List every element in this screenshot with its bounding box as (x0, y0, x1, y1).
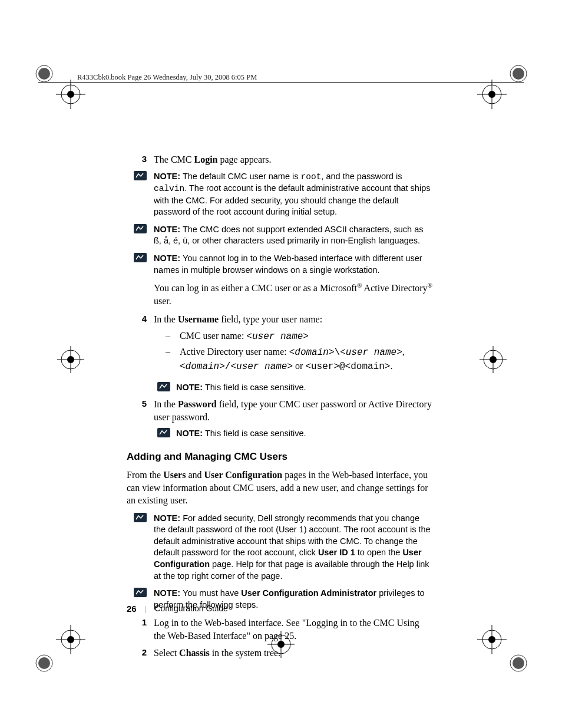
crop-ornament-bottom-left (32, 625, 91, 678)
note-icon (127, 513, 154, 582)
crop-ornament-mid-right (478, 345, 508, 374)
document-page: R433Cbk0.book Page 26 Wednesday, July 30… (0, 0, 562, 728)
svg-point-15 (67, 356, 74, 363)
crop-ornament-mid-left (56, 345, 85, 374)
svg-point-1 (38, 68, 50, 80)
step-text: In the Password field, type your CMC use… (154, 398, 433, 423)
crop-ornament-bottom-right (471, 625, 530, 678)
note-text: NOTE: For added security, Dell strongly … (154, 513, 433, 582)
note-icon (127, 171, 154, 218)
svg-point-23 (67, 636, 74, 643)
svg-point-19 (490, 356, 497, 363)
note-default-credentials: NOTE: The default CMC user name is root,… (127, 171, 433, 218)
svg-point-11 (513, 68, 524, 80)
note-icon (154, 382, 176, 394)
svg-point-5 (67, 91, 74, 98)
paragraph-users-pages: From the Users and User Configuration pa… (127, 469, 433, 507)
step-text: In the Username field, type your user na… (154, 313, 433, 377)
footer-title: Configuration Guide (154, 603, 228, 614)
note-text: NOTE: The CMC does not support extended … (154, 224, 433, 247)
header-rule (38, 82, 524, 83)
note-text: NOTE: This field is case sensitive. (176, 428, 433, 440)
svg-point-25 (38, 657, 50, 669)
page-footer: 26 | Configuration Guide (127, 603, 228, 615)
step-text: Select Chassis in the system tree. (154, 647, 433, 660)
step-number: 2 (127, 647, 154, 660)
note-change-root-password: NOTE: For added security, Dell strongly … (127, 513, 433, 582)
note-ascii: NOTE: The CMC does not support extended … (127, 224, 433, 247)
step-text: Log in to the Web-based interface. See "… (154, 617, 433, 642)
step-b2: 2 Select Chassis in the system tree. (127, 647, 433, 660)
step-number: 5 (127, 398, 154, 423)
step-4: 4 In the Username field, type your user … (127, 313, 433, 377)
step-number: 4 (127, 313, 154, 377)
note-icon (127, 253, 154, 276)
note-icon (154, 428, 176, 440)
crop-ornament-top-left (32, 62, 91, 115)
page-number: 26 (127, 603, 137, 615)
footer-separator: | (145, 604, 147, 614)
paragraph-login-as: You can log in as either a CMC user or a… (154, 282, 433, 307)
svg-point-9 (488, 91, 495, 98)
bullet-cmc-username: – CMC user name: <user name> (166, 330, 433, 344)
note-text: NOTE: You cannot log in to the Web-based… (154, 253, 433, 276)
step-number: 3 (127, 153, 154, 166)
step-3: 3 The CMC Login page appears. (127, 153, 433, 166)
svg-point-35 (513, 657, 524, 669)
step-b1: 1 Log in to the Web-based interface. See… (127, 617, 433, 642)
bullet-ad-username: – Active Directory user name: <domain>\<… (166, 345, 433, 373)
step-text: The CMC Login page appears. (154, 153, 433, 166)
svg-point-33 (488, 636, 495, 643)
step-5: 5 In the Password field, type your CMC u… (127, 398, 433, 423)
note-multi-login: NOTE: You cannot log in to the Web-based… (127, 253, 433, 276)
note-icon (127, 224, 154, 247)
running-head: R433Cbk0.book Page 26 Wednesday, July 30… (77, 73, 257, 83)
note-text: NOTE: The default CMC user name is root,… (154, 171, 433, 218)
note-text: NOTE: This field is case sensitive. (176, 382, 433, 394)
page-content: 3 The CMC Login page appears. NOTE: The … (127, 153, 433, 664)
crop-ornament-top-right (471, 62, 530, 115)
note-case-sensitive-username: NOTE: This field is case sensitive. (154, 382, 433, 394)
step-number: 1 (127, 617, 154, 642)
section-heading-adding-users: Adding and Managing CMC Users (127, 450, 433, 464)
note-case-sensitive-password: NOTE: This field is case sensitive. (154, 428, 433, 440)
